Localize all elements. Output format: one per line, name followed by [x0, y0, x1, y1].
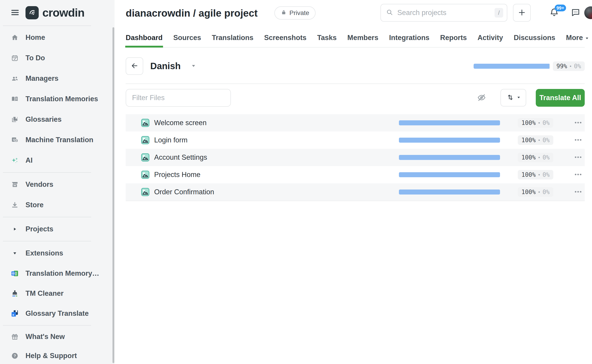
file-menu-button[interactable] — [573, 152, 583, 162]
sidebar-item-glossaries[interactable]: Glossaries — [0, 109, 114, 130]
download-icon — [11, 201, 19, 209]
svg-text:?: ? — [14, 354, 16, 358]
sidebar-item-todo[interactable]: To Do — [0, 48, 114, 68]
search-input[interactable] — [397, 9, 495, 17]
language-name[interactable]: Danish — [150, 61, 180, 71]
sidebar-item-translation-memories[interactable]: Translation Memories — [0, 89, 114, 109]
file-row-login-form[interactable]: Login form 100% • 0% — [126, 131, 585, 149]
file-row-projects-home[interactable]: Projects Home 100% • 0% — [126, 166, 585, 183]
sidebar-item-extensions[interactable]: Extensions — [0, 243, 114, 263]
lock-icon — [281, 9, 287, 17]
screenshot-file-icon — [141, 188, 149, 196]
crowdin-logo[interactable]: crowdin — [26, 6, 85, 19]
tab-members[interactable]: Members — [347, 28, 379, 47]
back-button[interactable] — [126, 57, 143, 75]
sidebar-item-projects[interactable]: Projects — [0, 219, 114, 239]
sidebar-item-machine-translation[interactable]: G Machine Translation — [0, 130, 114, 150]
storefront-icon — [11, 181, 19, 188]
tab-sources[interactable]: Sources — [173, 28, 201, 47]
search-shortcut-hint: / — [495, 8, 503, 18]
file-name[interactable]: Order Confirmation — [154, 183, 214, 201]
chevron-down-icon[interactable] — [191, 64, 196, 69]
file-percent-badge: 100% • 0% — [518, 153, 553, 162]
topbar: dianacrowdin / agile project Private / — [126, 0, 585, 26]
notifications-count-badge: 99+ — [555, 5, 566, 11]
search-box: / — [380, 4, 507, 22]
project-breadcrumb[interactable]: dianacrowdin / agile project — [126, 7, 258, 19]
sort-button[interactable] — [500, 89, 526, 106]
file-menu-button[interactable] — [573, 170, 583, 180]
tab-activity[interactable]: Activity — [478, 28, 503, 47]
ai-sparkles-icon — [11, 156, 19, 164]
privacy-badge-label: Private — [289, 9, 309, 17]
file-name[interactable]: Projects Home — [154, 166, 200, 183]
ellipsis-icon — [574, 136, 582, 145]
tab-more[interactable]: More — [566, 28, 589, 47]
sidebar-section-divider — [3, 217, 91, 217]
file-progress-bar — [399, 138, 500, 143]
filter-files-input[interactable] — [126, 89, 231, 107]
sort-arrows-icon — [506, 93, 514, 102]
file-name[interactable]: Welcome screen — [154, 114, 206, 131]
file-name[interactable]: Account Settings — [154, 149, 207, 166]
chevron-down-icon — [585, 34, 589, 42]
file-name[interactable]: Login form — [154, 131, 187, 149]
sidebar-item-home[interactable]: Home — [0, 27, 114, 48]
file-row-order-confirmation[interactable]: Order Confirmation 100% • 0% — [126, 183, 585, 201]
chat-bubble-icon — [571, 8, 580, 18]
crowdin-logo-icon — [26, 6, 39, 19]
sidebar-item-glossary-translate[interactable]: Glossary Translate — [0, 304, 114, 324]
ellipsis-icon — [574, 188, 582, 197]
people-icon — [11, 75, 19, 82]
create-button[interactable] — [513, 4, 531, 22]
home-icon — [11, 34, 19, 41]
screenshot-file-icon — [141, 136, 149, 144]
tm-generator-icon — [11, 270, 19, 277]
tab-integrations[interactable]: Integrations — [389, 28, 429, 47]
eye-off-icon — [477, 93, 486, 103]
file-menu-button[interactable] — [573, 187, 583, 197]
sidebar-item-tm-cleaner[interactable]: TM Cleaner — [0, 283, 114, 304]
file-progress-bar — [399, 189, 500, 195]
file-row-account-settings[interactable]: Account Settings 100% • 0% — [126, 149, 585, 166]
toggle-hidden-files-button[interactable] — [475, 91, 488, 104]
file-menu-button[interactable] — [573, 118, 583, 128]
ellipsis-icon — [574, 118, 582, 128]
translate-all-button[interactable]: Translate All — [536, 89, 585, 107]
file-row-welcome-screen[interactable]: Welcome screen 100% • 0% — [126, 114, 585, 131]
tab-translations[interactable]: Translations — [212, 28, 253, 47]
machine-translation-icon: G — [11, 136, 19, 144]
files-toolbar: Translate All — [126, 89, 585, 107]
translated-percent: 99% — [557, 63, 567, 70]
project-tabs: Dashboard Sources Translations Screensho… — [126, 28, 585, 48]
screenshot-file-icon — [141, 153, 149, 162]
crowdin-app: crowdin Home To Do Managers — [0, 0, 592, 364]
language-progress-bar — [474, 64, 550, 69]
question-circle-icon: ? — [11, 352, 19, 360]
tab-discussions[interactable]: Discussions — [514, 28, 555, 47]
arrow-left-icon — [130, 62, 139, 71]
sidebar-section-divider — [3, 325, 91, 325]
sidebar-item-tm-generator[interactable]: Translation Memory Gene… — [0, 263, 114, 283]
messages-button[interactable] — [569, 6, 582, 20]
crowdin-logo-text: crowdin — [42, 6, 85, 19]
tab-reports[interactable]: Reports — [440, 28, 467, 47]
sidebar-item-whats-new[interactable]: What's New — [0, 327, 114, 346]
sidebar-item-managers[interactable]: Managers — [0, 68, 114, 89]
menu-toggle-button[interactable] — [10, 8, 20, 18]
user-avatar[interactable] — [584, 6, 592, 19]
tab-tasks[interactable]: Tasks — [317, 28, 337, 47]
sidebar-item-ai[interactable]: AI — [0, 150, 114, 171]
sidebar-item-help-support[interactable]: ? Help & Support — [0, 346, 114, 364]
file-menu-button[interactable] — [573, 135, 583, 145]
sidebar-scrollbar[interactable] — [113, 27, 114, 363]
sidebar-item-store[interactable]: Store — [0, 195, 114, 215]
sidebar-item-vendors[interactable]: Vendors — [0, 174, 114, 195]
tm-cleaner-icon — [11, 290, 19, 297]
file-percent-badge: 100% • 0% — [518, 170, 553, 180]
plus-icon — [518, 9, 526, 17]
tab-screenshots[interactable]: Screenshots — [264, 28, 306, 47]
tab-dashboard[interactable]: Dashboard — [126, 28, 163, 47]
file-percent-badge: 100% • 0% — [518, 135, 553, 145]
file-progress-bar — [399, 120, 500, 125]
